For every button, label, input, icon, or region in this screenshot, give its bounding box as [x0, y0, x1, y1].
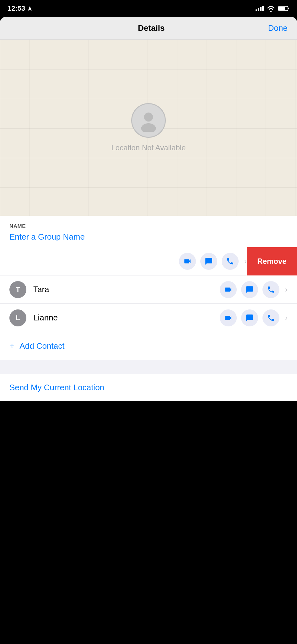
video-call-button-tara[interactable] — [220, 281, 237, 298]
section-divider — [0, 360, 297, 374]
chevron-icon-lianne: › — [285, 314, 288, 322]
send-location-row[interactable]: Send My Current Location — [0, 374, 297, 401]
phone-button-lianne[interactable] — [262, 309, 279, 326]
message-icon — [246, 286, 254, 294]
status-left: 12:53 — [8, 4, 33, 13]
video-call-button-lianne[interactable] — [220, 309, 237, 326]
svg-point-3 — [141, 123, 156, 132]
video-icon — [183, 257, 192, 265]
content-area: NAME Enter a Group Name nai — [0, 216, 297, 401]
done-button[interactable]: Done — [268, 23, 288, 33]
location-arrow-icon — [27, 6, 33, 11]
battery-icon — [278, 6, 289, 11]
contact-lianne-actions: › — [220, 309, 288, 326]
nav-bar: Details Done — [0, 17, 297, 40]
remove-button-nai[interactable]: Remove — [247, 247, 297, 275]
contacts-list: nai › Remove — [0, 247, 297, 332]
time-display: 12:53 — [8, 4, 25, 13]
contact-row-tara[interactable]: T Tara › — [0, 275, 297, 304]
phone-button-tara[interactable] — [262, 281, 279, 298]
message-icon — [246, 314, 254, 322]
contact-name-tara: Tara — [33, 285, 220, 294]
contact-row-nai[interactable]: nai › Remove — [0, 247, 297, 275]
wifi-icon — [267, 5, 275, 12]
contact-name-lianne: Lianne — [33, 313, 220, 323]
message-button-lianne[interactable] — [241, 309, 258, 326]
nav-title: Details — [138, 23, 165, 33]
phone-icon — [267, 286, 275, 294]
send-location-label: Send My Current Location — [9, 383, 104, 392]
signal-bars-icon — [256, 6, 264, 11]
add-contact-row[interactable]: + Add Contact — [0, 332, 297, 360]
message-icon — [205, 257, 213, 265]
message-button-nai[interactable] — [200, 253, 217, 270]
group-name-input[interactable]: Enter a Group Name — [9, 232, 288, 242]
message-button-tara[interactable] — [241, 281, 258, 298]
add-contact-label: Add Contact — [19, 341, 64, 351]
location-status: Location Not Available — [111, 143, 186, 152]
add-plus-icon: + — [9, 341, 14, 351]
contact-tara-actions: › — [220, 281, 288, 298]
contact-nai-actions: › — [179, 253, 247, 270]
contact-row-lianne[interactable]: L Lianne › — [0, 304, 297, 332]
phone-icon — [267, 314, 275, 322]
chevron-icon-tara: › — [285, 285, 288, 294]
contact-avatar-lianne: L — [9, 309, 26, 326]
svg-point-2 — [144, 113, 153, 122]
home-indicator — [123, 639, 174, 641]
name-label: NAME — [9, 223, 288, 230]
video-icon — [224, 286, 232, 294]
svg-rect-1 — [279, 7, 285, 10]
person-icon — [132, 104, 165, 137]
phone-icon — [226, 257, 234, 265]
video-icon — [224, 314, 232, 322]
status-bar: 12:53 — [0, 0, 297, 17]
phone-button-nai[interactable] — [222, 253, 239, 270]
contact-nai-inner: nai › — [0, 247, 256, 275]
map-content: Location Not Available — [111, 103, 186, 152]
video-call-button-nai[interactable] — [179, 253, 196, 270]
status-right — [256, 5, 289, 12]
contact-avatar-tara: T — [9, 281, 26, 298]
chevron-icon-nai: › — [244, 257, 247, 266]
name-section: NAME Enter a Group Name — [0, 216, 297, 247]
location-avatar — [131, 103, 166, 138]
map-area: Location Not Available — [0, 40, 297, 216]
